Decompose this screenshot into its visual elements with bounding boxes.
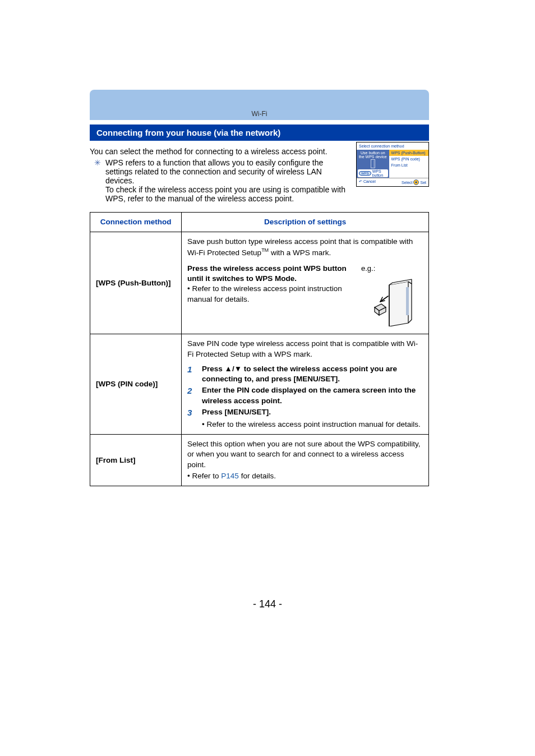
tm-mark: TM [261,247,269,253]
router-icon [361,276,417,326]
wps-footnote-b: To check if the wireless access point yo… [105,185,349,203]
svg-rect-4 [406,287,409,315]
row2-ref-text: Refer to the wireless access point instr… [207,420,421,428]
connection-methods-table: Connection method Description of setting… [90,212,429,486]
table-row: [From List] Select this option when you … [90,435,429,486]
page-number: 144 [0,598,535,610]
step-text: Press [MENU/SET]. [202,407,423,418]
row2-ref: • Refer to the wireless access point ins… [187,420,423,430]
dpad-icon [413,179,419,185]
camera-ui-left-text: Use button on the WPS device [359,151,387,159]
camera-ui-left-line2: the WPS device [359,155,387,159]
row1-instr-note: • Refer to the wireless access point ins… [187,284,342,303]
th-desc: Description of settings [182,212,429,232]
camera-ui-body: Use button on the WPS device WPS WPS but… [357,150,428,178]
row3-label: [From List] [90,435,182,486]
footnote-star-icon: ✳ [94,158,101,167]
step-1: 1Press ▲/▼ to select the wireless access… [187,364,423,384]
footer-cancel: ↶ Cancel [359,179,376,185]
camera-ui-screenshot: Select connection method Use button on t… [356,142,429,187]
row2-desc: Save PIN code type wireless access point… [182,334,429,435]
section-title: Connecting from your house (via the netw… [90,125,429,141]
row1-label: [WPS (Push-Button)] [90,232,182,334]
camera-ui-left-pane: Use button on the WPS device WPS WPS but… [357,150,389,178]
row1-desc: Save push button type wireless access po… [182,232,429,334]
table-row: [WPS (PIN code)] Save PIN code type wire… [90,334,429,435]
step-2: 2Enter the PIN code displayed on the cam… [187,385,423,405]
p145-link[interactable]: P145 [221,472,239,480]
camera-ui-footer: ↶ Cancel Select Set [357,178,428,186]
row2-intro: Save PIN code type wireless access point… [187,339,423,359]
row3-line-b-post: for details. [239,472,276,480]
row2-label: [WPS (PIN code)] [90,334,182,435]
step-num: 3 [187,407,196,418]
wps-footnote-a: WPS refers to a function that allows you… [105,158,349,185]
row2-steps: 1Press ▲/▼ to select the wireless access… [187,364,423,418]
footer-select-set: Select Set [402,179,426,185]
router-example: e.g.: [361,264,423,329]
row1-intro-b: with a WPS mark. [269,248,331,257]
row3-desc: Select this option when you are not sure… [182,435,429,486]
step-text: Press ▲/▼ to select the wireless access … [202,364,423,384]
wps-footnote: ✳ WPS refers to a function that allows y… [90,158,349,203]
menu-opt-wps-push: WPS (Push-Button) [389,150,428,156]
row3-line-b-pre: Refer to [192,472,222,480]
row1-intro: Save push button type wireless access po… [187,237,423,258]
step-num: 2 [187,385,196,405]
eg-label: e.g.: [361,264,375,273]
camera-ui-title: Select connection method [357,142,428,150]
intro-row: You can select the method for connecting… [90,141,429,203]
footer-cancel-text: Cancel [363,179,376,183]
row1-instr-note-text: Refer to the wireless access point instr… [187,284,342,303]
menu-opt-wps-pin: WPS (PIN code) [389,156,428,162]
wps-oval-icon: WPS [359,171,371,176]
wps-button-label: WPS WPS button [358,169,388,177]
page-content: Wi-Fi Connecting from your house (via th… [90,107,429,486]
row3-line-a: Select this option when you are not sure… [187,439,423,470]
step-num: 1 [187,364,196,384]
wps-button-text: WPS button [372,169,387,177]
intro-text: You can select the method for connecting… [90,141,349,203]
step-text: Enter the PIN code displayed on the came… [202,385,423,405]
camera-ui-menu: WPS (Push-Button) WPS (PIN code) From Li… [389,150,428,178]
camera-ui-left-line1: Use button on [361,151,385,155]
row1-instruction: Press the wireless access point WPS butt… [187,264,423,329]
table-row: [WPS (Push-Button)] Save push button typ… [90,232,429,334]
svg-rect-0 [371,159,375,168]
row1-instr-text: Press the wireless access point WPS butt… [187,264,354,329]
running-head: Wi-Fi [90,107,429,121]
router-mini-icon [369,159,377,169]
row1-instr-bold: Press the wireless access point WPS butt… [187,264,354,284]
svg-point-3 [416,182,417,183]
row3-line-b: • Refer to P145 for details. [187,471,423,481]
lead-paragraph: You can select the method for connecting… [90,146,349,157]
menu-opt-from-list: From List [389,162,428,168]
footer-set-text: Set [420,181,426,185]
footer-select-text: Select [402,181,412,185]
th-method: Connection method [90,212,182,232]
step-3: 3Press [MENU/SET]. [187,407,423,418]
table-header-row: Connection method Description of setting… [90,212,429,232]
